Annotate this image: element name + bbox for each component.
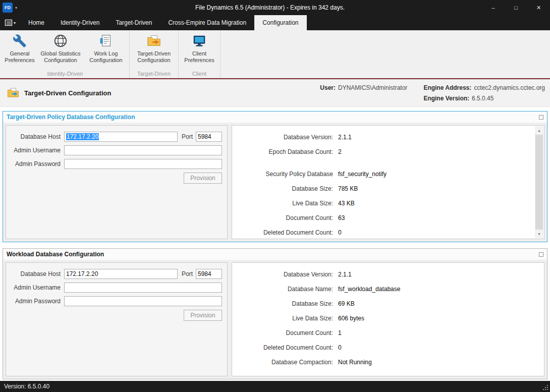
admin-password-label: Admin Password [11,298,61,305]
engine-version-value: 6.5.0.45 [472,95,493,102]
work-log-configuration-button[interactable]: Work Log Configuration [85,31,127,70]
workload-section-header: Workload Database Configuration [3,249,547,260]
tab-identity-driven[interactable]: Identity-Driven [52,15,107,30]
engine-address-info: Engine Address: cctec2.dynamics.cctec.or… [423,84,545,91]
ribbon-group-label: Client [180,70,218,78]
ribbon-button-label: Client Preferences [181,50,218,64]
user-info: User: DYNAMICS\Administrator [320,84,407,91]
ribbon-button-label: General Preferences [3,50,36,64]
port-field[interactable]: 5984 [196,269,222,279]
close-button[interactable]: ✕ [527,0,550,15]
titlebar: FD ▾ File Dynamics 6.5 (Administrator) -… [0,0,550,15]
collapse-toggle[interactable] [539,115,543,120]
info-value: 2.1.1 [338,134,352,141]
info-value: 0 [338,229,342,236]
port-field[interactable]: 5984 [196,132,222,142]
user-value: DYNAMICS\Administrator [338,84,407,91]
spacer [232,159,532,166]
client-preferences-button[interactable]: Client Preferences [181,31,218,70]
wrench-icon [12,33,28,49]
admin-password-label: Admin Password [11,160,61,167]
maximize-button[interactable]: □ [505,0,527,15]
quick-access-caret-icon[interactable]: ▾ [15,6,17,10]
general-preferences-button[interactable]: General Preferences [3,31,36,70]
target-driven-configuration-button[interactable]: Target-Driven Configuration [132,31,176,70]
page-title: Target-Driven Configuration [24,89,111,97]
scroll-up-icon[interactable]: ▲ [535,126,543,135]
info-label: Live Data Size: [232,200,333,207]
port-label: Port [182,133,193,140]
ribbon-group-identity-driven: General Preferences Global Statistics Co… [1,30,130,78]
tab-home[interactable]: Home [20,15,52,30]
scrollbar-thumb[interactable] [535,135,543,230]
database-host-label: Database Host [11,270,61,277]
engine-version-info: Engine Version: 6.5.0.45 [423,95,545,102]
workload-db-form-panel: Database Host 172.17.2.20 Port 5984 Admi… [6,262,228,376]
vertical-scrollbar[interactable]: ▲ ▼ [535,126,543,238]
ribbon-group-label: Identity-Driven [3,70,128,78]
info-value: fsf_security_notify [338,171,387,178]
ribbon-group-target-driven: Target-Driven Configuration Target-Drive… [130,30,179,78]
info-value: 69 KB [338,300,355,307]
collapse-toggle[interactable] [539,252,543,257]
admin-username-label: Admin Username [11,147,61,154]
info-label: Database Size: [232,300,333,307]
scroll-down-icon[interactable]: ▼ [535,230,543,238]
info-label: Live Data Size: [232,315,333,322]
admin-password-field[interactable] [64,296,222,306]
tab-configuration[interactable]: Configuration [254,15,306,30]
tab-target-driven[interactable]: Target-Driven [107,15,160,30]
engine-info: User: DYNAMICS\Administrator Engine Addr… [320,84,545,102]
info-label: Deleted Document Count: [232,344,333,351]
admin-password-field[interactable] [64,159,222,169]
info-value: 1 [338,329,342,337]
info-label: Document Count: [232,329,333,337]
workload-section-title: Workload Database Configuration [7,251,104,258]
ribbon-button-label: Target-Driven Configuration [132,50,176,64]
list-icon [5,19,13,27]
app-icon[interactable]: FD [3,3,13,13]
menu-launcher-button[interactable]: ▾ [0,15,20,30]
ribbon: General Preferences Global Statistics Co… [0,30,550,79]
provision-button[interactable]: Provision [184,310,222,321]
admin-username-field[interactable] [64,145,222,155]
resize-grip[interactable] [547,389,548,390]
engine-address-label: Engine Address: [423,84,471,91]
work-log-icon [98,33,114,49]
database-host-value-selected: 172.17.2.20 [66,133,99,140]
workload-db-info-panel: Database Version:2.1.1 Database Name:fsf… [232,262,544,376]
global-statistics-configuration-button[interactable]: Global Statistics Configuration [37,31,84,70]
info-label: Database Size: [232,185,333,192]
globe-icon [52,33,69,49]
status-bar: Version: 6.5.0.40 [0,381,550,392]
admin-username-field[interactable] [64,283,222,293]
ribbon-group-label: Target-Driven [131,70,177,78]
minimize-button[interactable]: – [482,0,505,15]
info-value: 63 [338,214,345,221]
engine-version-label: Engine Version: [423,95,469,102]
info-value: fsf_workload_database [338,286,400,293]
main-content: Target-Driven Policy Database Configurat… [0,108,550,381]
user-label: User: [320,84,336,91]
admin-username-label: Admin Username [11,284,61,291]
folder-arrow-icon [146,33,162,49]
window-title: File Dynamics 6.5 (Administrator) - Expi… [61,4,479,11]
policy-db-info-panel: Database Version:2.1.1 Epoch Database Co… [232,125,544,239]
folder-config-icon [7,86,20,99]
info-value: 2 [338,148,342,155]
ribbon-button-label: Work Log Configuration [85,50,127,64]
info-value: 785 KB [338,185,358,192]
engine-address-value: cctec2.dynamics.cctec.org [474,84,545,91]
tab-cross-empire-data-migration[interactable]: Cross-Empire Data Migration [160,15,254,30]
database-host-field[interactable]: 172.17.2.20 [64,132,178,142]
info-value: 606 bytes [338,315,364,322]
database-host-field[interactable]: 172.17.2.20 [64,269,178,279]
info-label: Database Version: [232,271,333,278]
provision-button[interactable]: Provision [184,173,222,184]
info-label: Database Compaction: [232,359,333,366]
ribbon-button-label: Global Statistics Configuration [37,50,84,64]
policy-database-section: Target-Driven Policy Database Configurat… [3,111,547,242]
menu-bar: ▾ Home Identity-Driven Target-Driven Cro… [0,15,550,30]
monitor-icon [191,33,207,49]
info-label: Database Version: [232,134,333,141]
